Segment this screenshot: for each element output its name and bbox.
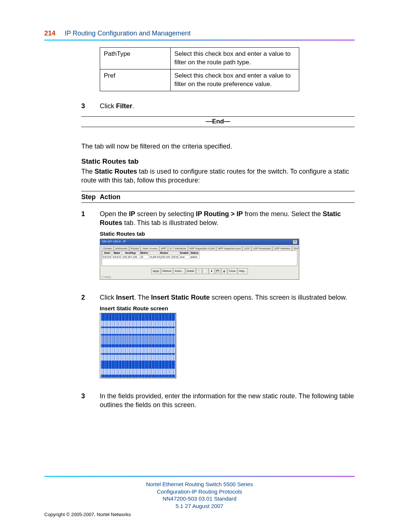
col-enable[interactable]: Enable	[179, 251, 190, 255]
insert-button[interactable]: Insert...	[173, 268, 185, 274]
cell: 10	[139, 255, 149, 259]
cell: 0.0.0.0	[102, 255, 112, 259]
page-number: 214	[44, 30, 55, 37]
filter-word: Filter	[116, 102, 132, 110]
text: screen opens. This screen is illustrated…	[210, 294, 347, 301]
table-row[interactable]: 0.0.0.0 0.0.0.0 192.167.120.. 10 VLAN #1…	[102, 255, 200, 259]
text: Open the	[100, 210, 129, 218]
footer-rule	[44, 476, 355, 477]
tab-arp[interactable]: ARP	[160, 246, 168, 250]
tab-arp-insp-vlan[interactable]: ARP Inspection VLAN	[188, 246, 216, 250]
step-body: Click Insert. The Insert Static Route sc…	[100, 293, 355, 387]
cell-pathtype: PathType	[100, 48, 171, 69]
step-3-top: 3 Click Filter.	[81, 102, 355, 110]
tab-at-interfaces[interactable]: A.T. Interfaces	[168, 246, 188, 250]
tab-udp[interactable]: UDP	[243, 246, 251, 250]
tab-arp-insp-port[interactable]: ARP Inspection port	[216, 246, 242, 250]
step-1: 1 Open the IP screen by selecting IP Rou…	[81, 209, 355, 288]
cell-pref-desc: Select this check box and enter a value …	[171, 69, 299, 91]
insert-static-route-screenshot	[100, 313, 176, 378]
text: from the menu. Select the	[243, 210, 323, 218]
end-divider: —End—	[81, 116, 355, 127]
static-routes-intro: The Static Routes tab is used to configu…	[81, 167, 355, 185]
text: In the fields provided, enter the inform…	[100, 392, 354, 409]
step-body: Open the IP screen by selecting IP Routi…	[100, 209, 355, 288]
header-rule	[44, 40, 355, 41]
text: Click	[100, 294, 116, 301]
tab-dhcp[interactable]: DHCP	[292, 246, 299, 250]
step-body: In the fields provided, enter the inform…	[100, 392, 355, 410]
step-col: Step	[81, 192, 100, 201]
status-bar: 1 row(s)	[100, 275, 299, 279]
tab-globals[interactable]: Globals	[102, 246, 113, 250]
col-dest[interactable]: Dest	[102, 251, 112, 255]
step-number: 3	[81, 102, 100, 110]
table-area: Dest Mask NextHop Metric IfIndex Enable …	[102, 250, 297, 266]
action-col: Action	[100, 192, 120, 201]
footer-line: NN47200-503 03.01 Standard	[163, 495, 236, 502]
export-icon[interactable]: ⬇	[209, 268, 215, 274]
text: Insert	[116, 294, 134, 301]
paste-icon[interactable]: 📄	[202, 268, 208, 274]
cell: true	[179, 255, 190, 259]
routes-table: Dest Mask NextHop Metric IfIndex Enable …	[102, 251, 200, 259]
text: Click	[100, 102, 116, 110]
cell-pathtype-desc: Select this check box and enter a value …	[171, 48, 299, 69]
tab-udp-interface[interactable]: UDP Interface	[273, 246, 292, 250]
text: IP Routing > IP	[196, 210, 243, 218]
step-3: 3 In the fields provided, enter the info…	[81, 392, 355, 410]
figure-caption: Insert Static Route screen	[100, 305, 355, 312]
figure-caption: Static Routes tab	[100, 230, 355, 238]
save-icon[interactable]: 💾	[215, 268, 221, 274]
tab-static-routes[interactable]: Static Routes	[141, 246, 159, 250]
refresh-button[interactable]: Refresh	[161, 268, 173, 274]
page-footer: Nortel Ethernet Routing Switch 5500 Seri…	[44, 476, 355, 517]
text: Static Routes	[95, 168, 137, 175]
close-icon[interactable]: ×	[293, 240, 297, 244]
tab-strip: GlobalsAddressesRoutesStatic RoutesARPA.…	[100, 245, 299, 250]
step-action-header: Step Action	[81, 191, 355, 203]
step-2: 2 Click Insert. The Insert Static Route …	[81, 293, 355, 387]
col-metric[interactable]: Metric	[139, 251, 149, 255]
footer-line: Configuration-IP Routing Protocols	[157, 488, 242, 495]
text: tab. This tab is illustrated below.	[122, 219, 218, 226]
col-ifindex[interactable]: IfIndex	[149, 251, 179, 255]
cell-pref: Pref	[100, 69, 171, 91]
col-mask[interactable]: Mask	[112, 251, 122, 255]
copy-icon[interactable]: 📋	[196, 268, 202, 274]
help-button[interactable]: Help...	[238, 268, 248, 274]
step-number: 1	[81, 209, 100, 288]
main-content: PathType Select this check box and enter…	[100, 47, 355, 410]
cell: active	[190, 255, 199, 259]
table-row: PathType Select this check box and enter…	[100, 48, 299, 69]
static-routes-screenshot: 192.167.120.9 - IP × GlobalsAddressesRou…	[100, 239, 299, 280]
document-page: 214 IP Routing Configuration and Managem…	[0, 0, 399, 532]
page-header: 214 IP Routing Configuration and Managem…	[44, 30, 355, 37]
close-button[interactable]: Close	[228, 268, 237, 274]
footer-center: Nortel Ethernet Routing Switch 5500 Seri…	[44, 481, 355, 509]
paragraph: The tab will now be filtered on the crit…	[81, 142, 355, 151]
print-icon[interactable]: 🖨	[221, 268, 227, 274]
text: . The	[134, 294, 151, 301]
text: IP	[129, 210, 135, 218]
window-title: 192.167.120.9 - IP	[102, 240, 126, 244]
col-nexthop[interactable]: NextHop	[122, 251, 139, 255]
step-number: 2	[81, 293, 100, 387]
toolbar: Apply Refresh Insert... Delete 📋 📄 ⬇ 💾 🖨…	[100, 267, 299, 275]
footer-line: Nortel Ethernet Routing Switch 5500 Seri…	[146, 481, 253, 487]
cell: VLAN #1(192.167.120.9)	[149, 255, 179, 259]
cell: 0.0.0.0	[112, 255, 122, 259]
col-status[interactable]: Status	[190, 251, 199, 255]
tab-routes[interactable]: Routes	[129, 246, 140, 250]
step-body: Click Filter.	[100, 102, 355, 110]
cell: 192.167.120..	[122, 255, 139, 259]
tab-addresses[interactable]: Addresses	[114, 246, 129, 250]
tab-udp-broadcast[interactable]: UDP Broadcast	[252, 246, 272, 250]
page-header-title: IP Routing Configuration and Management	[65, 30, 191, 37]
apply-button[interactable]: Apply	[151, 268, 161, 274]
table-row: Pref Select this check box and enter a v…	[100, 69, 299, 91]
delete-button[interactable]: Delete	[185, 268, 196, 274]
filter-table: PathType Select this check box and enter…	[100, 47, 299, 91]
text: screen by selecting	[135, 210, 196, 218]
text: The	[81, 168, 95, 175]
